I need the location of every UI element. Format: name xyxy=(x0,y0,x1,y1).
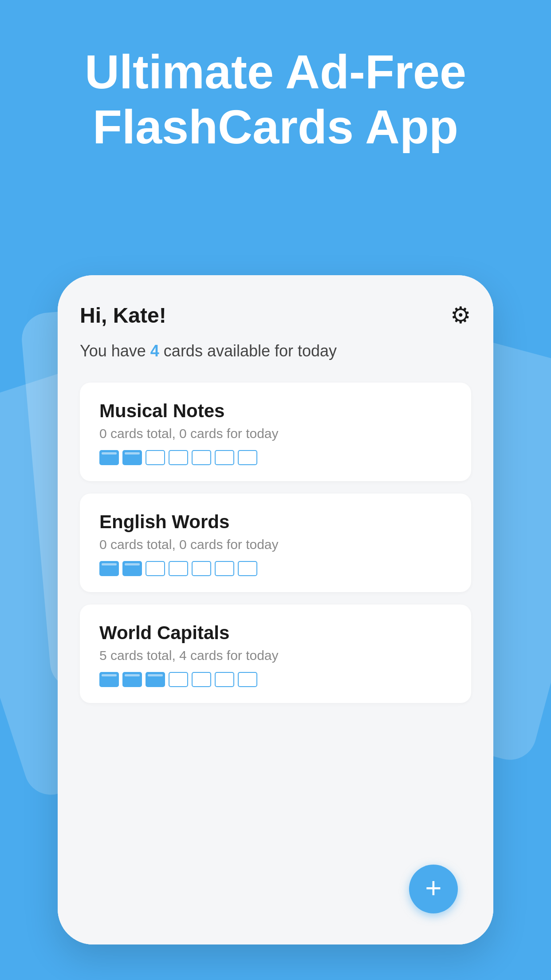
deck-icons-musical-notes xyxy=(99,450,452,465)
deck-stats-world-capitals: 5 cards total, 4 cards for today xyxy=(99,648,452,663)
app-content: Hi, Kate! ⚙ You have 4 cards available f… xyxy=(58,275,493,944)
app-header: Hi, Kate! ⚙ xyxy=(80,302,471,328)
mini-card xyxy=(99,672,119,687)
mini-card xyxy=(215,561,234,576)
mini-card xyxy=(169,672,188,687)
mini-card xyxy=(169,561,188,576)
mini-card xyxy=(192,672,211,687)
mini-card xyxy=(146,450,165,465)
mini-card xyxy=(215,672,234,687)
mini-card xyxy=(192,450,211,465)
cards-available-text: You have 4 cards available for today xyxy=(80,342,471,360)
settings-icon[interactable]: ⚙ xyxy=(450,302,471,328)
mini-card xyxy=(146,561,165,576)
deck-name-english-words: English Words xyxy=(99,511,452,533)
mini-card xyxy=(122,672,142,687)
deck-english-words[interactable]: English Words 0 cards total, 0 cards for… xyxy=(80,494,471,592)
hero-title: Ultimate Ad-Free FlashCards App xyxy=(0,44,551,154)
deck-stats-english-words: 0 cards total, 0 cards for today xyxy=(99,537,452,552)
add-deck-button[interactable]: + xyxy=(409,865,458,913)
deck-world-capitals[interactable]: World Capitals 5 cards total, 4 cards fo… xyxy=(80,605,471,703)
deck-stats-musical-notes: 0 cards total, 0 cards for today xyxy=(99,426,452,441)
deck-name-world-capitals: World Capitals xyxy=(99,622,452,644)
deck-musical-notes[interactable]: Musical Notes 0 cards total, 0 cards for… xyxy=(80,383,471,481)
mini-card xyxy=(192,561,211,576)
mini-card xyxy=(215,450,234,465)
mini-card xyxy=(238,450,257,465)
mini-card xyxy=(238,672,257,687)
greeting-text: Hi, Kate! xyxy=(80,303,166,328)
phone-mockup: Hi, Kate! ⚙ You have 4 cards available f… xyxy=(58,275,493,944)
subtitle-prefix: You have xyxy=(80,342,150,360)
mini-card xyxy=(146,672,165,687)
mini-card xyxy=(99,450,119,465)
cards-count: 4 xyxy=(150,342,159,360)
add-icon: + xyxy=(425,874,441,902)
subtitle-suffix: cards available for today xyxy=(159,342,337,360)
deck-name-musical-notes: Musical Notes xyxy=(99,400,452,422)
mini-card xyxy=(122,561,142,576)
mini-card xyxy=(169,450,188,465)
mini-card xyxy=(122,450,142,465)
deck-icons-world-capitals xyxy=(99,672,452,687)
deck-icons-english-words xyxy=(99,561,452,576)
mini-card xyxy=(99,561,119,576)
mini-card xyxy=(238,561,257,576)
